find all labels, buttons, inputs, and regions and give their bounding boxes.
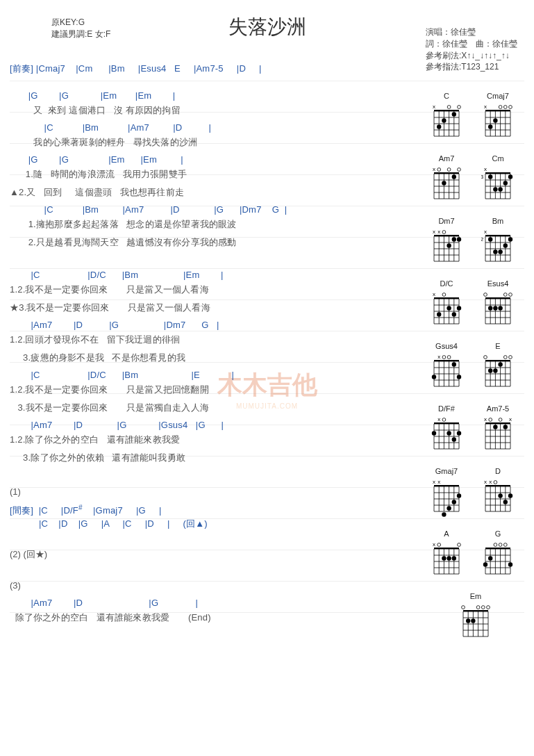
section-2: (2) (回★): [10, 548, 426, 561]
svg-point-123: [437, 312, 441, 316]
svg-point-33: [499, 106, 502, 109]
chord-diagram: Dxx: [478, 467, 517, 517]
credit-info: 詞：徐佳瑩 曲：徐佳瑩: [426, 38, 517, 50]
svg-point-126: [452, 312, 456, 316]
chord-diagram: G: [478, 529, 517, 580]
chord-diagram: Am7-5xx: [478, 404, 517, 454]
svg-point-284: [483, 562, 487, 566]
svg-point-160: [442, 356, 446, 359]
svg-text:x: x: [484, 479, 487, 485]
svg-point-34: [503, 106, 507, 109]
svg-text:x: x: [433, 166, 435, 172]
chord-diagram: D/Cx: [427, 279, 466, 329]
lyric-line: [10, 254, 426, 264]
svg-point-127: [457, 306, 461, 310]
svg-point-13: [437, 124, 441, 129]
svg-point-178: [493, 368, 497, 372]
chord-name: Gsus4: [427, 342, 466, 352]
chord-line: |C |D/C |Bm |Em |: [10, 270, 426, 282]
svg-point-144: [503, 293, 507, 297]
svg-text:x: x: [433, 229, 435, 235]
chord-line: |G |G |Em |Em |: [10, 90, 426, 103]
svg-point-197: [447, 431, 451, 435]
key-info: 原KEY:G: [51, 17, 110, 28]
chord-line: |C |Bm |Am7 |D |: [10, 122, 426, 135]
svg-point-49: [437, 168, 441, 172]
meta-left: 原KEY:G 建議男調:E 女:F: [51, 17, 110, 40]
lyric-line: 3.除了你之外的依賴 還有誰能叫我勇敢: [10, 452, 426, 464]
svg-text:x: x: [484, 166, 487, 172]
svg-point-71: [508, 174, 512, 179]
svg-text:x: x: [437, 354, 440, 360]
end-lyric: 除了你之外的空白 還有誰能來教我愛 (End): [10, 611, 426, 624]
svg-point-181: [509, 356, 512, 359]
lyric-line: 1.隨 時間的海浪漂流 我用力張開雙手: [10, 168, 426, 181]
lyric-line: 2.只是越看見海闊天空 越遺憾沒有你分享我的感動: [10, 236, 426, 249]
svg-point-234: [452, 500, 456, 504]
chord-diagram: Cx: [427, 92, 466, 142]
svg-point-199: [457, 431, 461, 435]
chord-diagram: Am7x: [427, 154, 466, 204]
svg-point-270: [452, 556, 456, 560]
lyric-line: 我的心乘著斑剝的輕舟 尋找失落的沙洲: [10, 136, 426, 149]
svg-point-289: [508, 562, 512, 566]
svg-point-89: [452, 237, 456, 241]
interlude-2: |C |D |G |A |C |D | (回▲): [10, 518, 426, 530]
svg-point-161: [447, 356, 451, 359]
svg-point-235: [457, 493, 461, 498]
svg-point-140: [484, 293, 487, 297]
svg-text:x: x: [433, 104, 435, 110]
end-chords: |Am7 |D |G |: [10, 598, 426, 610]
svg-point-304: [471, 618, 475, 623]
svg-point-108: [508, 237, 512, 241]
meta-right: 演唱：徐佳瑩 詞：徐佳瑩 曲：徐佳瑩 參考刷法:X↑↓_↓↑↓↑_↑↓ 參考指法…: [426, 26, 517, 73]
svg-point-145: [509, 293, 512, 297]
svg-point-267: [437, 543, 441, 547]
svg-text:x: x: [484, 229, 487, 235]
chord-name: Am7: [427, 154, 466, 164]
svg-point-271: [458, 543, 461, 547]
chord-diagram: Cmaj7x: [478, 92, 517, 142]
svg-point-180: [503, 356, 507, 359]
chord-name: G: [478, 529, 517, 539]
svg-point-253: [508, 493, 512, 498]
svg-point-104: [488, 237, 492, 241]
svg-text:x: x: [484, 104, 487, 110]
chord-diagram: Esus4: [478, 279, 517, 329]
svg-point-288: [503, 543, 507, 547]
svg-point-162: [452, 362, 456, 366]
svg-point-287: [499, 543, 502, 547]
svg-point-305: [476, 606, 480, 609]
svg-point-15: [447, 106, 451, 109]
chord-line: |C |D/C |Bm |E |: [10, 370, 426, 382]
svg-point-51: [447, 168, 451, 172]
chord-diagram: Em: [456, 592, 495, 642]
svg-point-17: [458, 106, 461, 109]
chord-line: |G |G |Em |Em |: [10, 154, 426, 167]
suggest-info: 建議男調:E 女:F: [51, 28, 110, 40]
lyric-line: 1.2.除了你之外的空白 還有誰能來教我愛: [10, 434, 426, 446]
singer-info: 演唱：徐佳瑩: [426, 26, 517, 38]
lyric-line: 1.2.我不是一定要你回來 只是當又把回憶翻開: [10, 384, 426, 396]
svg-point-251: [498, 493, 502, 498]
chord-diagram: Gmaj7xx: [427, 467, 466, 517]
svg-point-88: [447, 243, 451, 247]
svg-point-67: [488, 174, 492, 179]
svg-text:x: x: [489, 479, 492, 485]
svg-point-196: [442, 418, 446, 422]
svg-point-198: [452, 437, 456, 441]
svg-text:2: 2: [481, 236, 484, 243]
chord-name: A: [427, 529, 466, 539]
svg-point-16: [452, 112, 456, 116]
chord-diagram: Gsus4x: [427, 342, 466, 392]
svg-point-69: [498, 187, 502, 191]
svg-point-194: [432, 431, 436, 435]
chord-name: Am7-5: [478, 404, 517, 414]
svg-point-307: [487, 606, 490, 609]
lyric-line: ▲2.又 回到 這個盡頭 我也想再往前走: [10, 186, 426, 199]
svg-point-233: [447, 506, 451, 510]
svg-point-176: [484, 356, 487, 359]
svg-point-179: [498, 362, 502, 366]
chord-diagram: Dm7xx: [427, 217, 466, 267]
svg-point-141: [488, 306, 492, 310]
